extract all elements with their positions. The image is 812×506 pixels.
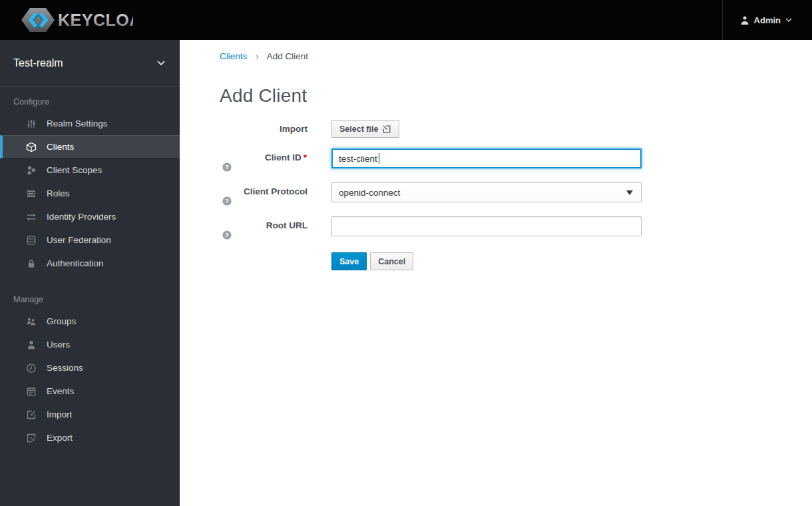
- sidebar-item-label: Users: [47, 340, 70, 350]
- keycloak-logo-icon: KEYCLOAK: [19, 5, 133, 35]
- client-protocol-select[interactable]: openid-connect: [331, 182, 642, 202]
- question-circle-icon[interactable]: ?: [222, 196, 232, 206]
- topbar: KEYCLOAK Admin: [0, 0, 812, 40]
- user-menu-label: Admin: [754, 15, 781, 25]
- root-url-row: Root URL ?: [220, 216, 812, 240]
- user-icon: [25, 340, 37, 350]
- client-protocol-row: Client Protocol ? openid-connect: [220, 182, 812, 206]
- sliders-icon: [25, 119, 37, 129]
- list-icon: [25, 188, 37, 199]
- client-id-input[interactable]: [331, 148, 642, 168]
- chevron-down-icon: [785, 18, 792, 22]
- sidebar-item-authentication[interactable]: Authentication: [0, 252, 180, 275]
- client-id-row: Client ID* ?: [220, 148, 812, 172]
- sidebar-item-groups[interactable]: Groups: [0, 310, 180, 333]
- sidebar-item-roles[interactable]: Roles: [0, 182, 180, 205]
- select-file-button[interactable]: Select file: [331, 120, 399, 138]
- sidebar-item-events[interactable]: Events: [0, 380, 180, 403]
- sidebar-item-import[interactable]: Import: [0, 403, 180, 426]
- realm-name: Test-realm: [13, 57, 63, 69]
- sidebar-item-client-scopes[interactable]: Client Scopes: [0, 158, 180, 182]
- root-url-label: Root URL ?: [220, 216, 331, 240]
- sidebar-item-label: Client Scopes: [47, 165, 102, 175]
- user-icon: [740, 15, 749, 25]
- sidebar-item-label: Realm Settings: [47, 119, 108, 128]
- clock-icon: [25, 363, 37, 374]
- sidebar-item-label: Import: [47, 409, 72, 419]
- chevron-down-icon: [626, 190, 633, 195]
- client-protocol-label: Client Protocol ?: [220, 182, 331, 206]
- sidebar-item-user-federation[interactable]: User Federation: [0, 228, 180, 252]
- svg-text:?: ?: [225, 231, 229, 238]
- import-icon: [25, 409, 37, 420]
- export-icon: [25, 433, 37, 443]
- sidebar-item-users[interactable]: Users: [0, 333, 180, 356]
- main-content: Clients › Add Client Add Client Import S…: [180, 40, 812, 506]
- client-id-label: Client ID* ?: [220, 148, 331, 172]
- sidebar-item-label: Groups: [47, 316, 76, 326]
- cubes-icon: [25, 165, 37, 176]
- lock-icon: [25, 258, 37, 269]
- add-client-form: Import Select file Client ID*: [220, 120, 812, 270]
- users-icon: [25, 316, 37, 327]
- breadcrumb-separator: ›: [256, 51, 259, 61]
- manage-nav: Groups Users Sessions: [0, 310, 180, 449]
- keycloak-logo: KEYCLOAK: [19, 5, 133, 35]
- svg-text:KEYCLOAK: KEYCLOAK: [58, 11, 133, 29]
- breadcrumb-current: Add Client: [267, 51, 308, 61]
- import-icon: [382, 125, 391, 134]
- sidebar-item-label: Events: [47, 386, 74, 396]
- question-circle-icon[interactable]: ?: [222, 230, 232, 240]
- page-title: Add Client: [220, 84, 812, 108]
- database-icon: [25, 235, 37, 246]
- sidebar-item-label: Export: [47, 433, 73, 443]
- chevron-down-icon: [157, 61, 165, 65]
- root-url-input[interactable]: [331, 216, 642, 236]
- question-circle-icon[interactable]: ?: [222, 162, 232, 172]
- breadcrumb-clients-link[interactable]: Clients: [220, 51, 247, 61]
- sidebar-item-label: Roles: [47, 188, 70, 198]
- sidebar-item-realm-settings[interactable]: Realm Settings: [0, 112, 180, 135]
- nav-section-configure: Configure: [0, 87, 180, 112]
- sidebar-item-label: Sessions: [47, 363, 83, 373]
- nav-section-manage: Manage: [0, 284, 180, 310]
- save-button[interactable]: Save: [331, 252, 367, 270]
- cube-icon: [25, 142, 37, 152]
- required-marker: *: [304, 152, 307, 162]
- sidebar-item-sessions[interactable]: Sessions: [0, 356, 180, 380]
- sidebar-item-identity-providers[interactable]: Identity Providers: [0, 205, 180, 228]
- form-actions: Save Cancel: [331, 252, 812, 270]
- breadcrumb: Clients › Add Client: [220, 50, 812, 63]
- selected-protocol: openid-connect: [339, 188, 400, 198]
- sidebar-item-label: Identity Providers: [47, 212, 116, 222]
- sidebar: Test-realm Configure Real: [0, 40, 180, 506]
- svg-text:?: ?: [225, 197, 229, 204]
- realm-selector[interactable]: Test-realm: [0, 40, 180, 87]
- cancel-button[interactable]: Cancel: [370, 252, 413, 270]
- sidebar-item-export[interactable]: Export: [0, 426, 180, 449]
- import-label: Import: [220, 120, 331, 134]
- user-menu[interactable]: Admin: [722, 0, 812, 40]
- sidebar-item-label: Clients: [47, 142, 74, 152]
- sidebar-item-clients[interactable]: Clients: [0, 135, 180, 158]
- sidebar-item-label: Authentication: [47, 258, 104, 268]
- configure-nav: Realm Settings Clients: [0, 112, 180, 275]
- text-cursor: [379, 153, 379, 164]
- svg-text:?: ?: [225, 163, 229, 170]
- calendar-icon: [25, 386, 37, 397]
- sidebar-item-label: User Federation: [47, 235, 111, 245]
- import-row: Import Select file: [220, 120, 812, 138]
- exchange-arrows-icon: [25, 212, 37, 222]
